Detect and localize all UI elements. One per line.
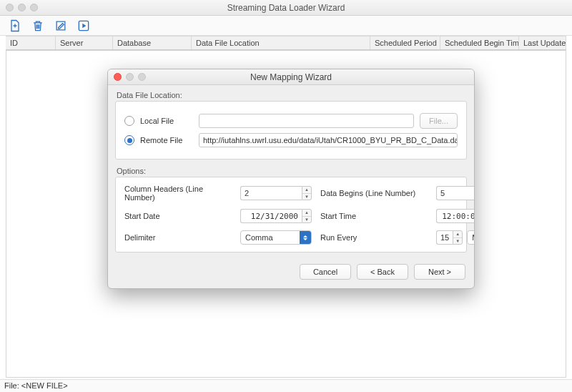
remote-file-label: Remote File [140,136,193,144]
data-begins-label: Data Begins (Line Number) [320,189,428,197]
new-file-button[interactable] [7,18,23,34]
options-panel: Column Headers (Line Number) 2 ▲▼ Data B… [115,177,467,253]
chevron-down-icon[interactable]: ▼ [302,194,311,200]
local-file-label: Local File [140,117,193,125]
start-time-label: Start Time [320,212,428,220]
select-caret-icon [300,231,311,244]
chevron-up-icon[interactable]: ▲ [302,187,311,194]
run-every-unit-select[interactable]: Minute [467,230,475,245]
run-every-value[interactable]: 15 [436,230,453,245]
delete-button[interactable] [30,18,46,34]
col-period[interactable]: Scheduled Period [370,36,440,49]
col-begin[interactable]: Scheduled Begin Time [440,36,519,49]
remote-file-radio[interactable] [124,135,134,145]
dialog-title: New Mapping Wizard [108,72,474,82]
window-title: Streaming Data Loader Wizard [0,3,572,13]
dialog-titlebar: New Mapping Wizard [108,69,474,85]
run-every-unit-value: Minute [468,233,475,242]
local-file-radio[interactable] [124,116,134,126]
dialog-footer: Cancel < Back Next > [108,260,474,288]
stepper-buttons[interactable]: ▲▼ [302,209,312,223]
col-headers-stepper[interactable]: 2 ▲▼ [240,186,312,200]
delimiter-label: Delimiter [124,233,232,242]
col-headers-value[interactable]: 2 [240,186,302,200]
cancel-button[interactable]: Cancel [300,264,351,280]
next-button[interactable]: Next > [414,264,465,280]
start-date-stepper[interactable]: 12/31/2000 ▲▼ [240,209,312,223]
delimiter-select[interactable]: Comma [240,230,312,245]
col-id[interactable]: ID [6,36,56,49]
status-text: File: <NEW FILE> [4,381,68,390]
back-button[interactable]: < Back [357,264,408,280]
start-date-label: Start Date [124,212,232,220]
toolbar [0,16,572,36]
stepper-buttons[interactable]: ▲▼ [453,230,463,245]
status-bar: File: <NEW FILE> [0,379,572,392]
col-datafile[interactable]: Data File Location [192,36,370,49]
chevron-down-icon[interactable]: ▼ [453,238,462,245]
stepper-buttons[interactable]: ▲▼ [302,186,312,200]
new-mapping-dialog: New Mapping Wizard Data File Location: L… [107,69,475,289]
delimiter-value: Comma [241,233,300,242]
col-database[interactable]: Database [113,36,192,49]
data-begins-stepper[interactable]: 5 ▲▼ [436,186,475,200]
location-panel: Local File File... Remote File http://iu… [115,101,467,160]
start-date-value[interactable]: 12/31/2000 [240,209,302,223]
run-every-label: Run Every [320,233,428,242]
edit-icon [54,19,68,33]
run-every-stepper[interactable]: 15 ▲▼ [436,230,463,245]
col-server[interactable]: Server [56,36,113,49]
start-time-stepper[interactable]: 12:00:00 AM ▲▼ [436,209,475,223]
chevron-down-icon[interactable]: ▼ [302,217,311,223]
chevron-up-icon[interactable]: ▲ [453,231,462,238]
run-button[interactable] [76,18,92,34]
start-time-value[interactable]: 12:00:00 AM [436,209,475,223]
main-titlebar: Streaming Data Loader Wizard [0,0,572,16]
grid-header-area: ID Server Database Data File Location Sc… [6,36,566,50]
new-file-icon [8,19,22,33]
edit-button[interactable] [53,18,69,34]
chevron-up-icon[interactable]: ▲ [302,210,311,217]
trash-icon [31,19,45,33]
section-options-label: Options: [117,167,465,175]
remote-file-input[interactable]: http://iutahlns.uwrl.usu.edu/data/iUtah/… [199,133,458,147]
play-icon [77,19,91,33]
data-begins-value[interactable]: 5 [436,186,475,200]
file-browse-button[interactable]: File... [420,113,458,129]
local-file-input[interactable] [199,114,414,128]
section-location-label: Data File Location: [117,91,465,99]
col-headers-label: Column Headers (Line Number) [124,185,232,202]
col-last[interactable]: Last Update [519,36,566,49]
grid-header-row: ID Server Database Data File Location Sc… [6,36,566,50]
